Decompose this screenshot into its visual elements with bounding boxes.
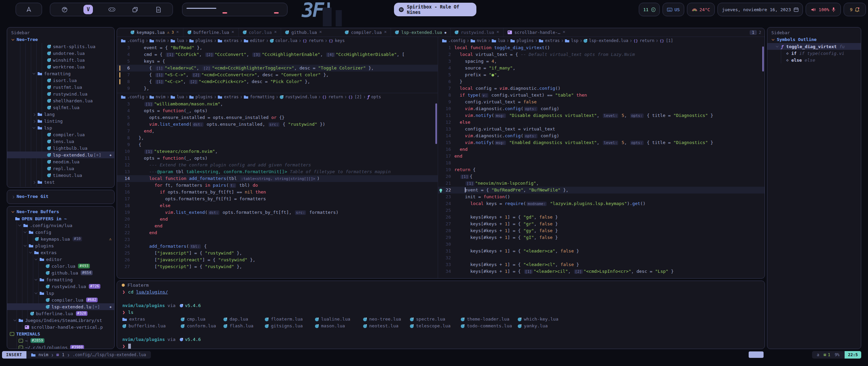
tree-item[interactable]: compiler.lua [7,131,114,138]
tree-item[interactable]: formatting [7,70,114,77]
code-line[interactable]: 5 prefix = "●", [438,72,765,78]
chevron-down-icon[interactable] [776,44,778,47]
breadcrumb-item[interactable]: extras [218,95,238,99]
code-line[interactable]: 17 opts.formatters_by_ft[ft] = formatter… [117,196,438,202]
code-line[interactable]: 17end [438,153,765,160]
breadcrumb-item[interactable]: {}return [322,95,343,99]
tree-item[interactable]: editor [7,256,114,263]
volume-widget[interactable]: 100% [806,3,841,16]
chevron-down-icon[interactable] [33,72,35,74]
code-line[interactable]: 14 vim.diagnostic.config(opts: config) [438,133,765,139]
breadcrumb-item[interactable]: {}[1] [659,38,673,43]
chevron-down-icon[interactable] [33,126,35,128]
chevron-down-icon[interactable] [35,257,37,260]
chevron-down-icon[interactable] [35,278,37,280]
code-line[interactable]: 8 { [1]"<C-c>", [2]"<cmd>CccPick<cr>", d… [117,78,438,85]
workspace-indicator[interactable] [222,12,227,14]
tree-item[interactable]: rustfmt.lua [7,84,114,90]
code-line[interactable]: 4 source = "if_many", [438,65,765,72]
code-line[interactable]: 29 keys[#keys + 1] = { "gI", false } [438,234,765,241]
code-line[interactable]: 5 opts.ensure_installed = opts.ensure_in… [117,114,438,121]
code-area[interactable]: 3 [1]"williamboman/mason.nvim",4 opts = … [117,101,438,270]
tab-bufferline-lua[interactable]: bufferline.lua× [183,28,238,37]
code-line[interactable]: 9 }, [117,85,438,92]
symbol-item[interactable]: ƒtoggle_diag_virtextfu [767,43,861,50]
breadcrumb-item[interactable]: lsp-extended.lua [584,38,628,43]
tree-item[interactable]: worktree.lua [7,63,114,70]
code-line[interactable]: 18 else [117,202,438,209]
tab-compiler-lua[interactable]: compiler.lua× [341,28,391,37]
code-line[interactable]: 30 [438,241,765,248]
file-entry[interactable]: extras [122,316,181,323]
file-entry[interactable]: conform.lua [181,323,223,329]
firefox-icon[interactable] [60,6,68,13]
chevron-down-icon[interactable] [14,318,16,321]
code-line[interactable]: 28 keys[#keys + 1] = { "gy", false } [438,227,765,234]
neo-tree-git-section-header[interactable]: Neo-Tree Git [7,190,114,200]
code-line[interactable]: 11 opts = function(_, opts) [117,155,438,162]
breadcrumb-item[interactable]: nvim [471,38,487,43]
tab-github-lua[interactable]: github.lua× [281,28,326,37]
editor-pane-rustywind-lua[interactable]: .config❯nvim❯lua❯plugins❯extras❯formatti… [117,93,438,278]
tree-item[interactable]: scrollbar-handle-vertical.p [7,324,114,330]
close-icon[interactable]: × [176,29,179,36]
code-line[interactable]: 3 [1]"williamboman/mason.nvim", [117,101,438,107]
breadcrumb-item[interactable]: lua [171,95,184,99]
code-line[interactable]: 6 vim.list_extend(dst: opts.ensure_insta… [117,121,438,128]
code-line[interactable]: 22 event = { "BufReadPre", "BufNewFile" … [438,187,765,194]
tree-item[interactable]: extras [7,249,114,256]
code-line[interactable]: 21 end [117,223,438,229]
code-area[interactable]: 1local function toggle_diag_virtext()2 l… [438,44,765,275]
file-entry[interactable]: neo-tree.lua [363,316,410,323]
close-icon[interactable]: × [496,29,499,36]
code-line[interactable]: 6 } [438,78,765,85]
tree-item[interactable]: lsp-extended.lu[+]❖ [7,151,114,158]
code-line[interactable]: 24 local keys = require(modname: "lazyvi… [438,200,765,207]
breadcrumb-item[interactable]: plugins [189,95,213,99]
code-line[interactable]: 6 { [1]"<leader>uC", [2]"<cmd>CccHighlig… [117,65,438,72]
tree-item[interactable]: ›_TERMINALS [7,330,114,337]
tree-item[interactable]: linting [7,118,114,124]
tree-item[interactable]: rustywind.lua [7,90,114,97]
notifications-widget[interactable]: 9 [844,3,866,16]
tab-color-lua[interactable]: color.lua× [238,28,281,37]
tab-keymaps-lua[interactable]: keymaps.lua⚠ 3× [126,28,183,37]
tree-item[interactable]: test [7,179,114,185]
code-line[interactable]: 16 if opts.formatters_by_ft[ft] == nil t… [117,189,438,196]
tree-item[interactable]: sqlfmt.lua [7,104,114,111]
code-line[interactable]: 19 vim.list_extend(dst: opts.formatters_… [117,209,438,216]
code-line[interactable]: 20 end [117,216,438,223]
scrollbar-handle[interactable] [762,46,764,72]
file-entry[interactable]: yanky.lua [518,323,569,329]
file-entry[interactable]: telescope.lua [410,323,461,329]
media-widget[interactable]: Spiritbox - Rule Of Nines [394,3,476,16]
tree-item[interactable]: bufferline.lua#328 [7,310,114,317]
code-line[interactable]: 13 config.virtual_text = virtual_text [438,126,765,133]
breadcrumb-item[interactable]: nvim [150,95,165,99]
code-line[interactable]: 5 keys = { [117,58,438,65]
tree-item[interactable]: formatting [7,276,114,283]
updates-widget[interactable]: 11 c [639,3,660,16]
code-line[interactable]: 7 local config = vim.diagnostic.config() [438,85,765,92]
file-entry[interactable]: dap.lua [223,316,265,323]
code-line[interactable]: 12 --- Extend the conform plugin config … [117,162,438,168]
tree-item[interactable]: undotree.lua [7,50,114,57]
tree-item[interactable]: lang [7,111,114,118]
code-line[interactable]: 23 [117,236,438,243]
breadcrumb-item[interactable]: editor [244,38,264,43]
file-entry[interactable]: mason.lua [315,323,363,329]
tree-item[interactable]: lsp [7,124,114,131]
tree-item[interactable]: compiler.lua#682 [7,297,114,303]
keyboard-layout-widget[interactable]: US [663,3,684,16]
file-entry[interactable]: flash.lua [223,323,265,329]
tree-item[interactable]: timeout.lua [7,172,114,179]
breadcrumb-item[interactable]: plugins [510,38,534,43]
breadcrumb-item[interactable]: plugins [189,38,213,43]
code-line[interactable]: 27 keys[#keys + 1] = { "gr", false } [438,221,765,227]
breadcrumb-item[interactable]: extras [218,38,238,43]
floaterm-panel[interactable]: Floaterm ❯cd lua/plugins/nvim/lua/plugin… [117,281,765,349]
close-icon[interactable]: × [232,29,234,36]
file-entry[interactable]: todo-comments.lua [461,323,518,329]
terminal-output[interactable]: ❯cd lua/plugins/nvim/lua/plugins via v5.… [117,288,765,349]
code-line[interactable]: 27 ["typescript"] = { "rustywind" }, [117,263,438,270]
